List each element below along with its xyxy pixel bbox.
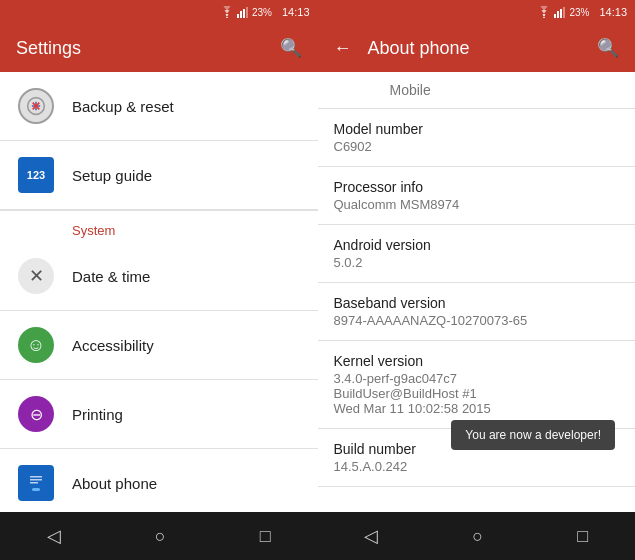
svg-rect-2 (240, 11, 242, 18)
about-item-processor[interactable]: Processor info Qualcomm MSM8974 (318, 167, 636, 225)
svg-rect-12 (32, 488, 40, 491)
left-nav-bar: ◁ ○ □ (0, 512, 318, 560)
about-item-baseband[interactable]: Baseband version 8974-AAAAANAZQ-10270073… (318, 283, 636, 341)
time-left: 14:13 (282, 6, 310, 18)
home-button-right[interactable]: ○ (456, 518, 499, 555)
processor-value: Qualcomm MSM8974 (334, 197, 620, 212)
settings-item-backup[interactable]: Backup & reset (0, 72, 318, 141)
left-top-bar: Settings 🔍 (0, 24, 318, 72)
svg-rect-9 (30, 476, 42, 478)
svg-point-13 (544, 17, 546, 18)
kernel-value: 3.4.0-perf-g9ac047c7 BuildUser@BuildHost… (334, 371, 620, 416)
right-nav-bar: ◁ ○ □ (318, 512, 636, 560)
time-right: 14:13 (599, 6, 627, 18)
model-label: Model number (334, 121, 620, 137)
printing-label: Printing (72, 406, 123, 423)
left-status-bar: 23% 14:13 (0, 0, 318, 24)
left-content: Backup & reset 123 Setup guide System ✕ … (0, 72, 318, 512)
svg-rect-3 (243, 9, 245, 18)
build-value: 14.5.A.0.242 (334, 459, 620, 474)
datetime-label: Date & time (72, 268, 150, 285)
about-phone-title: About phone (368, 38, 598, 59)
print-icon-container: ⊖ (16, 394, 56, 434)
about-label: About phone (72, 475, 157, 492)
svg-point-0 (226, 17, 228, 18)
search-icon-right[interactable]: 🔍 (597, 37, 619, 59)
right-status-bar: 23% 14:13 (318, 0, 636, 24)
about-item-model[interactable]: Model number C6902 (318, 109, 636, 167)
accessibility-label: Accessibility (72, 337, 154, 354)
settings-title: Settings (16, 38, 280, 59)
baseband-value: 8974-AAAAANAZQ-10270073-65 (334, 313, 620, 328)
about-icon-container (16, 463, 56, 503)
right-panel: 23% 14:13 ← About phone 🔍 Mobile Model n… (318, 0, 636, 560)
access-icon-container: ☺ (16, 325, 56, 365)
home-button-left[interactable]: ○ (139, 518, 182, 555)
recent-button-left[interactable]: □ (244, 518, 287, 555)
system-section-header: System (0, 211, 318, 242)
partial-text: Mobile (318, 72, 636, 109)
wifi-icon (220, 6, 234, 18)
back-arrow-about[interactable]: ← (334, 38, 352, 59)
back-button-left[interactable]: ◁ (31, 517, 77, 555)
status-icons: 23% (220, 6, 272, 18)
battery-percent-right: 23% (569, 7, 589, 18)
backup-icon-container (16, 86, 56, 126)
svg-rect-14 (554, 14, 556, 18)
back-button-right[interactable]: ◁ (348, 517, 394, 555)
baseband-label: Baseband version (334, 295, 620, 311)
settings-item-accessibility[interactable]: ☺ Accessibility (0, 311, 318, 380)
print-icon: ⊖ (18, 396, 54, 432)
backup-icon (18, 88, 54, 124)
settings-item-datetime[interactable]: ✕ Date & time (0, 242, 318, 311)
date-icon-container: ✕ (16, 256, 56, 296)
accessibility-icon: ☺ (18, 327, 54, 363)
right-wifi-icon (537, 6, 551, 18)
search-icon-left[interactable]: 🔍 (280, 37, 302, 59)
setup-label: Setup guide (72, 167, 152, 184)
about-icon (18, 465, 54, 501)
svg-rect-1 (237, 14, 239, 18)
android-value: 5.0.2 (334, 255, 620, 270)
svg-rect-11 (30, 482, 38, 484)
settings-item-about[interactable]: About phone (0, 449, 318, 512)
svg-rect-16 (560, 9, 562, 18)
svg-rect-10 (30, 479, 42, 481)
right-status-icons: 23% (537, 6, 589, 18)
svg-rect-17 (563, 7, 565, 18)
svg-rect-15 (557, 11, 559, 18)
android-label: Android version (334, 237, 620, 253)
developer-toast: You are now a developer! (451, 420, 615, 450)
svg-rect-4 (246, 7, 248, 18)
about-item-kernel[interactable]: Kernel version 3.4.0-perf-g9ac047c7 Buil… (318, 341, 636, 429)
backup-label: Backup & reset (72, 98, 174, 115)
clock-icon: ✕ (18, 258, 54, 294)
setup-icon: 123 (18, 157, 54, 193)
signal-icon (237, 6, 249, 18)
model-value: C6902 (334, 139, 620, 154)
right-signal-icon (554, 6, 566, 18)
recent-button-right[interactable]: □ (561, 518, 604, 555)
battery-percent-left: 23% (252, 7, 272, 18)
setup-icon-container: 123 (16, 155, 56, 195)
settings-item-setup[interactable]: 123 Setup guide (0, 141, 318, 210)
settings-item-printing[interactable]: ⊖ Printing (0, 380, 318, 449)
about-item-android[interactable]: Android version 5.0.2 (318, 225, 636, 283)
right-top-bar: ← About phone 🔍 (318, 24, 636, 72)
left-panel: 23% 14:13 Settings 🔍 Backup & reset (0, 0, 318, 560)
processor-label: Processor info (334, 179, 620, 195)
kernel-label: Kernel version (334, 353, 620, 369)
